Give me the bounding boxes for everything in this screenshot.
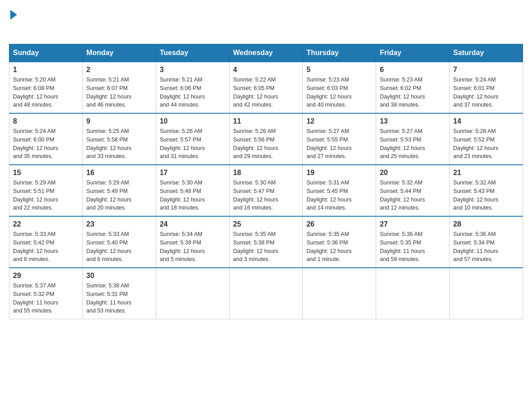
day-info: Sunrise: 5:30 AMSunset: 5:47 PMDaylight:… <box>233 179 299 212</box>
calendar-cell: 17Sunrise: 5:30 AMSunset: 5:48 PMDayligh… <box>156 165 229 216</box>
day-info: Sunrise: 5:38 AMSunset: 5:31 PMDaylight:… <box>86 282 152 315</box>
day-number: 30 <box>86 272 152 280</box>
day-info: Sunrise: 5:29 AMSunset: 5:51 PMDaylight:… <box>13 179 79 212</box>
column-header-thursday: Thursday <box>303 44 376 62</box>
day-info: Sunrise: 5:23 AMSunset: 6:03 PMDaylight:… <box>306 76 372 109</box>
calendar-cell: 28Sunrise: 5:36 AMSunset: 5:34 PMDayligh… <box>450 216 523 268</box>
calendar-cell <box>450 268 523 319</box>
calendar-cell: 16Sunrise: 5:29 AMSunset: 5:49 PMDayligh… <box>82 165 156 216</box>
calendar-cell: 9Sunrise: 5:25 AMSunset: 5:58 PMDaylight… <box>82 113 156 165</box>
page-header <box>9 9 523 35</box>
day-info: Sunrise: 5:31 AMSunset: 5:45 PMDaylight:… <box>306 179 372 212</box>
calendar-cell: 13Sunrise: 5:27 AMSunset: 5:53 PMDayligh… <box>376 113 450 165</box>
day-number: 29 <box>13 272 79 280</box>
day-number: 11 <box>233 117 299 125</box>
calendar-week-row: 15Sunrise: 5:29 AMSunset: 5:51 PMDayligh… <box>9 165 523 216</box>
day-number: 4 <box>233 66 299 74</box>
day-info: Sunrise: 5:32 AMSunset: 5:43 PMDaylight:… <box>453 179 519 212</box>
day-number: 14 <box>453 117 519 125</box>
day-info: Sunrise: 5:36 AMSunset: 5:35 PMDaylight:… <box>380 230 446 264</box>
calendar-cell: 24Sunrise: 5:34 AMSunset: 5:39 PMDayligh… <box>156 216 229 268</box>
calendar-cell: 22Sunrise: 5:33 AMSunset: 5:42 PMDayligh… <box>9 216 83 268</box>
day-info: Sunrise: 5:23 AMSunset: 6:02 PMDaylight:… <box>380 76 446 109</box>
calendar-cell: 10Sunrise: 5:26 AMSunset: 5:57 PMDayligh… <box>156 113 229 165</box>
calendar-table: SundayMondayTuesdayWednesdayThursdayFrid… <box>9 44 523 319</box>
day-info: Sunrise: 5:24 AMSunset: 6:01 PMDaylight:… <box>453 76 519 109</box>
day-number: 12 <box>306 117 372 125</box>
day-number: 27 <box>380 220 446 228</box>
column-header-friday: Friday <box>376 44 450 62</box>
day-number: 26 <box>306 220 372 228</box>
day-info: Sunrise: 5:30 AMSunset: 5:48 PMDaylight:… <box>160 179 226 212</box>
calendar-cell: 15Sunrise: 5:29 AMSunset: 5:51 PMDayligh… <box>9 165 83 216</box>
day-number: 1 <box>13 66 79 74</box>
calendar-cell: 11Sunrise: 5:26 AMSunset: 5:56 PMDayligh… <box>229 113 303 165</box>
day-number: 18 <box>233 169 299 177</box>
day-number: 6 <box>380 66 446 74</box>
day-info: Sunrise: 5:32 AMSunset: 5:44 PMDaylight:… <box>380 179 446 212</box>
calendar-cell: 4Sunrise: 5:22 AMSunset: 6:05 PMDaylight… <box>229 62 303 113</box>
day-info: Sunrise: 5:33 AMSunset: 5:42 PMDaylight:… <box>13 230 79 264</box>
day-number: 3 <box>160 66 226 74</box>
calendar-cell <box>156 268 229 319</box>
calendar-cell: 26Sunrise: 5:35 AMSunset: 5:36 PMDayligh… <box>303 216 376 268</box>
day-number: 17 <box>160 169 226 177</box>
day-number: 13 <box>380 117 446 125</box>
calendar-cell: 7Sunrise: 5:24 AMSunset: 6:01 PMDaylight… <box>450 62 523 113</box>
day-info: Sunrise: 5:28 AMSunset: 5:52 PMDaylight:… <box>453 127 519 161</box>
calendar-cell: 18Sunrise: 5:30 AMSunset: 5:47 PMDayligh… <box>229 165 303 216</box>
column-header-sunday: Sunday <box>9 44 83 62</box>
day-info: Sunrise: 5:29 AMSunset: 5:49 PMDaylight:… <box>86 179 152 212</box>
day-info: Sunrise: 5:35 AMSunset: 5:38 PMDaylight:… <box>233 230 299 264</box>
day-info: Sunrise: 5:27 AMSunset: 5:53 PMDaylight:… <box>380 127 446 161</box>
calendar-week-row: 1Sunrise: 5:20 AMSunset: 6:08 PMDaylight… <box>9 62 523 113</box>
day-info: Sunrise: 5:26 AMSunset: 5:56 PMDaylight:… <box>233 127 299 161</box>
column-header-saturday: Saturday <box>450 44 523 62</box>
day-number: 10 <box>160 117 226 125</box>
day-info: Sunrise: 5:21 AMSunset: 6:06 PMDaylight:… <box>160 76 226 109</box>
day-number: 2 <box>86 66 152 74</box>
calendar-cell: 2Sunrise: 5:21 AMSunset: 6:07 PMDaylight… <box>82 62 156 113</box>
logo <box>9 9 17 35</box>
day-info: Sunrise: 5:27 AMSunset: 5:55 PMDaylight:… <box>306 127 372 161</box>
day-number: 16 <box>86 169 152 177</box>
calendar-cell: 23Sunrise: 5:33 AMSunset: 5:40 PMDayligh… <box>82 216 156 268</box>
day-info: Sunrise: 5:37 AMSunset: 5:32 PMDaylight:… <box>13 282 79 315</box>
day-number: 22 <box>13 220 79 228</box>
calendar-week-row: 8Sunrise: 5:24 AMSunset: 6:00 PMDaylight… <box>9 113 523 165</box>
day-info: Sunrise: 5:20 AMSunset: 6:08 PMDaylight:… <box>13 76 79 109</box>
day-info: Sunrise: 5:34 AMSunset: 5:39 PMDaylight:… <box>160 230 226 264</box>
calendar-cell <box>303 268 376 319</box>
day-info: Sunrise: 5:36 AMSunset: 5:34 PMDaylight:… <box>453 230 519 264</box>
calendar-cell <box>376 268 450 319</box>
day-number: 25 <box>233 220 299 228</box>
day-number: 24 <box>160 220 226 228</box>
day-number: 21 <box>453 169 519 177</box>
day-number: 28 <box>453 220 519 228</box>
day-info: Sunrise: 5:35 AMSunset: 5:36 PMDaylight:… <box>306 230 372 264</box>
day-info: Sunrise: 5:25 AMSunset: 5:58 PMDaylight:… <box>86 127 152 161</box>
day-info: Sunrise: 5:24 AMSunset: 6:00 PMDaylight:… <box>13 127 79 161</box>
column-header-wednesday: Wednesday <box>229 44 303 62</box>
calendar-cell: 3Sunrise: 5:21 AMSunset: 6:06 PMDaylight… <box>156 62 229 113</box>
day-number: 7 <box>453 66 519 74</box>
calendar-cell: 1Sunrise: 5:20 AMSunset: 6:08 PMDaylight… <box>9 62 83 113</box>
calendar-week-row: 22Sunrise: 5:33 AMSunset: 5:42 PMDayligh… <box>9 216 523 268</box>
day-number: 15 <box>13 169 79 177</box>
column-header-tuesday: Tuesday <box>156 44 229 62</box>
day-number: 19 <box>306 169 372 177</box>
calendar-cell: 6Sunrise: 5:23 AMSunset: 6:02 PMDaylight… <box>376 62 450 113</box>
calendar-cell: 20Sunrise: 5:32 AMSunset: 5:44 PMDayligh… <box>376 165 450 216</box>
logo-arrow-icon <box>10 10 17 20</box>
calendar-cell: 14Sunrise: 5:28 AMSunset: 5:52 PMDayligh… <box>450 113 523 165</box>
calendar-cell: 8Sunrise: 5:24 AMSunset: 6:00 PMDaylight… <box>9 113 83 165</box>
calendar-cell: 29Sunrise: 5:37 AMSunset: 5:32 PMDayligh… <box>9 268 83 319</box>
calendar-week-row: 29Sunrise: 5:37 AMSunset: 5:32 PMDayligh… <box>9 268 523 319</box>
day-number: 9 <box>86 117 152 125</box>
calendar-cell <box>229 268 303 319</box>
calendar-cell: 27Sunrise: 5:36 AMSunset: 5:35 PMDayligh… <box>376 216 450 268</box>
day-number: 20 <box>380 169 446 177</box>
day-info: Sunrise: 5:26 AMSunset: 5:57 PMDaylight:… <box>160 127 226 161</box>
day-info: Sunrise: 5:21 AMSunset: 6:07 PMDaylight:… <box>86 76 152 109</box>
calendar-cell: 19Sunrise: 5:31 AMSunset: 5:45 PMDayligh… <box>303 165 376 216</box>
